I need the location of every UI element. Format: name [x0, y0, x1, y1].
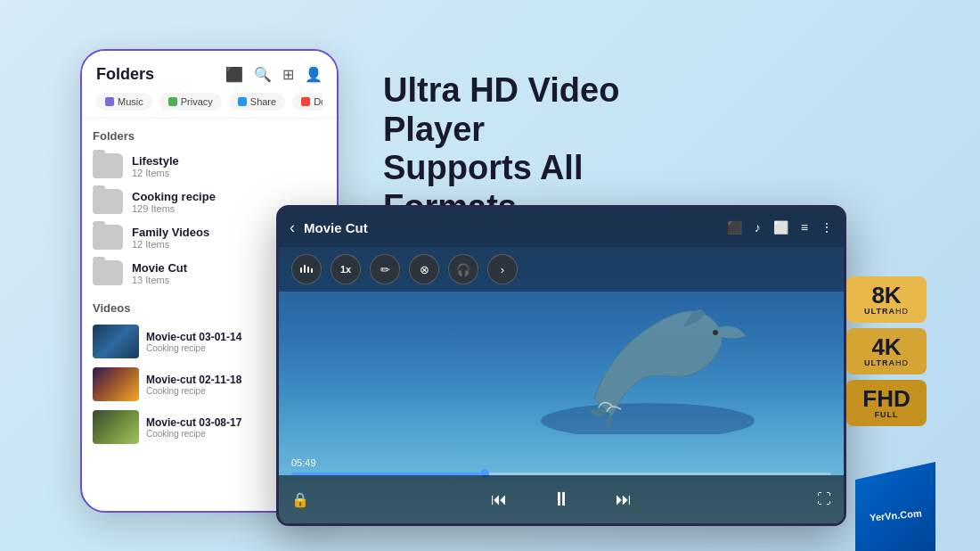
badge-fhd: FHD FULL	[846, 380, 927, 426]
watermark: YerVn.Com	[855, 462, 935, 551]
badge-4k: 4K ULTRAHD	[846, 328, 927, 374]
folder-count-lifestyle: 12 Items	[132, 168, 326, 178]
tablet-controls-bar: 1x ✏ ⊗ 🎧 ›	[279, 247, 844, 292]
cast-tablet-icon[interactable]: ⬛	[727, 220, 742, 234]
svg-point-0	[541, 403, 755, 434]
tab-download[interactable]: Download	[292, 93, 323, 111]
tab-share-label: Share	[250, 96, 276, 107]
folder-icon-moviecut	[93, 260, 123, 285]
badge-8k-res: 8K	[871, 284, 901, 307]
tab-privacy-label: Privacy	[181, 96, 213, 107]
progress-time: 05:49	[291, 457, 831, 468]
tab-music-label: Music	[118, 96, 143, 107]
quality-badges: 8K ULTRAHD 4K ULTRAHD FHD FULL	[846, 276, 927, 426]
folder-info-lifestyle: Lifestyle 12 Items	[132, 154, 326, 178]
user-icon[interactable]: 👤	[305, 66, 323, 83]
hero-section: Ultra HD Video Player Supports All Forma…	[383, 71, 722, 227]
svg-rect-5	[311, 268, 313, 273]
badge-4k-label: ULTRAHD	[864, 358, 909, 367]
hero-title-line1: Ultra HD Video Player	[383, 71, 722, 149]
equalizer-button[interactable]	[291, 254, 322, 284]
cast-icon[interactable]: ⬛	[225, 66, 243, 83]
badge-fhd-res: FHD	[862, 387, 910, 410]
phone-header-row: Folders ⬛ 🔍 ⊞ 👤	[96, 65, 323, 84]
tab-music-dot	[105, 97, 114, 106]
svg-rect-2	[300, 267, 302, 273]
tablet-header: ‹ Movie Cut ⬛ ♪ ⬜ ≡ ⋮	[279, 208, 844, 247]
folder-icon-lifestyle	[93, 153, 123, 178]
back-button[interactable]: ‹	[290, 218, 295, 237]
next-button[interactable]: ⏭	[616, 490, 632, 509]
folders-section-label: Folders	[93, 129, 326, 143]
search-icon[interactable]: 🔍	[254, 66, 272, 83]
folder-icon-cooking	[93, 189, 123, 214]
video-thumb-1	[93, 325, 139, 358]
folder-item-lifestyle[interactable]: Lifestyle 12 Items	[93, 148, 326, 184]
fullscreen-button[interactable]: ⛶	[817, 491, 831, 507]
svg-rect-4	[307, 267, 309, 273]
tab-download-dot	[301, 97, 310, 106]
phone-tabs: Music Privacy Share Download	[96, 93, 323, 111]
lock-button[interactable]: 🔒	[291, 491, 309, 508]
tablet-playback-bar: 🔒 ⏮ ⏸ ⏭ ⛶	[279, 475, 844, 523]
watermark-text: YerVn.Com	[869, 507, 922, 522]
more-tablet-icon[interactable]: ⋮	[821, 220, 833, 234]
badge-8k-label: ULTRAHD	[864, 307, 909, 316]
tab-share-dot	[238, 97, 247, 106]
edit-button[interactable]: ✏	[370, 254, 400, 284]
music-tablet-icon[interactable]: ♪	[755, 220, 761, 234]
audio-button[interactable]: 🎧	[448, 254, 478, 284]
tab-share[interactable]: Share	[229, 93, 285, 111]
svg-rect-3	[304, 265, 306, 273]
folder-name-lifestyle: Lifestyle	[132, 154, 326, 168]
tablet-video-title: Movie Cut	[304, 220, 727, 235]
folder-name-cooking: Cooking recipe	[132, 190, 326, 203]
badge-fhd-label: FULL	[875, 410, 899, 419]
tablet-header-icons: ⬛ ♪ ⬜ ≡ ⋮	[727, 220, 833, 234]
video-thumb-2	[93, 367, 139, 401]
tab-privacy[interactable]: Privacy	[159, 93, 222, 111]
screen-tablet-icon[interactable]: ⬜	[773, 220, 788, 234]
list-tablet-icon[interactable]: ≡	[801, 220, 808, 234]
more-controls-button[interactable]: ›	[487, 254, 518, 284]
tab-privacy-dot	[168, 97, 177, 106]
tablet-mockup: ‹ Movie Cut ⬛ ♪ ⬜ ≡ ⋮ 1x ✏ ⊗ 🎧 › 05:49	[276, 205, 846, 526]
grid-icon[interactable]: ⊞	[282, 66, 294, 83]
tab-music[interactable]: Music	[96, 93, 152, 111]
badge-8k: 8K ULTRAHD	[846, 276, 927, 323]
tab-download-label: Download	[314, 96, 323, 107]
phone-header: Folders ⬛ 🔍 ⊞ 👤 Music Privacy Share	[82, 51, 337, 119]
phone-header-icons: ⬛ 🔍 ⊞ 👤	[225, 66, 323, 83]
folder-icon-family	[93, 225, 123, 250]
equalizer-icon	[299, 262, 314, 276]
tablet-progress-area[interactable]: 05:49	[279, 457, 844, 475]
pause-button[interactable]: ⏸	[551, 488, 571, 511]
badge-4k-res: 4K	[871, 335, 901, 358]
phone-folders-title: Folders	[96, 65, 154, 84]
video-thumb-3	[93, 410, 139, 444]
speed-button[interactable]: 1x	[331, 254, 361, 284]
rotate-button[interactable]: ⊗	[409, 254, 439, 284]
prev-button[interactable]: ⏮	[491, 490, 507, 509]
